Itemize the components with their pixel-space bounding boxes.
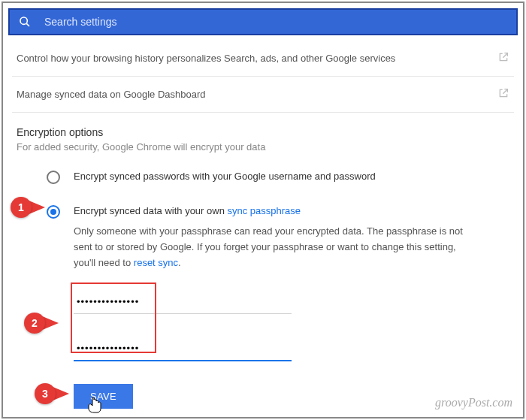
- radio-label-text: Encrypt synced data with your own: [74, 205, 228, 216]
- save-button[interactable]: SAVE: [74, 384, 133, 409]
- passphrase-description: Only someone with your passphrase can re…: [74, 224, 479, 270]
- encryption-subtitle: For added security, Google Chrome will e…: [12, 141, 514, 165]
- search-bar[interactable]: [8, 8, 518, 35]
- row-history-personalization[interactable]: Control how your browsing history person…: [12, 41, 514, 77]
- row-label: Manage synced data on Google Dashboard: [17, 89, 206, 100]
- confirm-passphrase-input[interactable]: [74, 335, 292, 361]
- radio-label: Encrypt synced data with your own sync p…: [74, 204, 479, 219]
- passphrase-input[interactable]: [74, 289, 292, 314]
- row-label: Control how your browsing history person…: [17, 53, 395, 64]
- radio-option-sync-passphrase[interactable]: Encrypt synced data with your own sync p…: [12, 199, 514, 276]
- desc-text: .: [178, 257, 181, 268]
- search-icon: [19, 16, 31, 28]
- svg-point-0: [20, 17, 27, 24]
- radio-label: Encrypt synced passwords with your Googl…: [74, 169, 376, 184]
- radio-unselected-icon[interactable]: [47, 171, 60, 184]
- external-link-icon: [497, 51, 509, 65]
- desc-text: Only someone with your passphrase can re…: [74, 225, 463, 268]
- reset-sync-link[interactable]: reset sync: [134, 257, 178, 268]
- row-manage-dashboard[interactable]: Manage synced data on Google Dashboard: [12, 77, 514, 113]
- passphrase-inputs: [74, 289, 292, 361]
- encryption-title: Encryption options: [12, 113, 514, 141]
- external-link-icon: [497, 87, 509, 101]
- radio-selected-icon[interactable]: [47, 205, 60, 219]
- sync-passphrase-link[interactable]: sync passphrase: [228, 205, 301, 216]
- radio-option-google-password[interactable]: Encrypt synced passwords with your Googl…: [12, 165, 514, 189]
- search-input[interactable]: [44, 16, 507, 28]
- svg-line-1: [26, 23, 29, 26]
